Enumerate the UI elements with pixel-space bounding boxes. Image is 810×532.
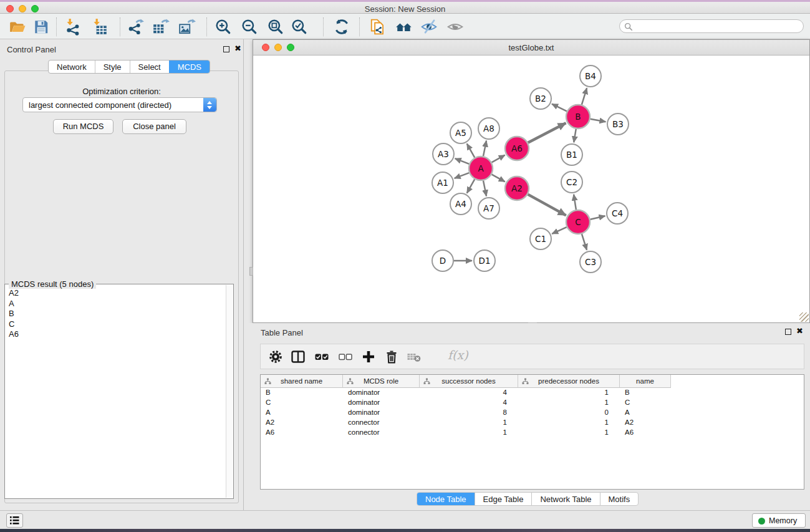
columns-icon[interactable] [291,349,306,364]
node-label-A: A [478,163,484,173]
select-all-checkboxes-icon[interactable] [314,349,329,364]
export-network-icon[interactable] [127,18,145,36]
close-panel-icon[interactable]: ✖ [234,44,241,53]
edge-C-C3[interactable] [582,234,587,250]
open-file-icon[interactable] [9,18,26,36]
table-cell: 4 [503,389,507,396]
node-label-D1: D1 [479,256,491,266]
trash-icon[interactable] [384,349,399,364]
table-row[interactable]: A2connector11A2 [261,418,804,428]
network-graph[interactable]: AA1A2A3A4A5A6A7A8BB1B2B3B4CC1C2C3C4DD1 [253,56,809,322]
column-header-name[interactable]: name [620,375,671,388]
edge-A-A8[interactable] [483,141,486,157]
edge-A-A3[interactable] [455,158,470,164]
float-panel-icon[interactable] [223,46,229,52]
close-panel-button[interactable]: Close panel [122,119,186,134]
search-box[interactable] [619,19,804,33]
table-row[interactable]: Bdominator41B [261,388,804,398]
export-table-icon[interactable] [152,18,170,36]
result-item[interactable]: A [9,299,218,309]
zoom-fit-icon[interactable] [267,18,284,36]
table-close-panel-icon[interactable]: ✖ [796,326,803,336]
edge-A6-B[interactable] [528,123,566,143]
table-cell: C [625,399,630,406]
hide-eye-icon[interactable] [420,18,438,36]
refresh-icon[interactable] [333,18,350,36]
edge-A-A4[interactable] [467,179,475,193]
edge-A-A7[interactable] [483,181,486,196]
table-cell: A [625,409,630,416]
table-row[interactable]: A6connector11A6 [261,428,804,438]
left-scrollbar-nub[interactable] [249,267,253,276]
run-mcds-button[interactable]: Run MCDS [53,119,113,134]
gear-icon[interactable] [268,349,283,364]
edge-C-C2[interactable] [574,195,576,210]
home-layouts-icon[interactable] [395,18,413,36]
hierarchy-icon [423,378,430,385]
criterion-dropdown[interactable]: largest connected component (directed) [22,97,217,112]
table-cell: 1 [503,428,507,436]
import-table-icon[interactable] [91,18,108,36]
tab-network[interactable]: Network [49,60,95,73]
delete-table-icon[interactable] [407,349,422,364]
table-row[interactable]: Cdominator41C [261,398,804,408]
zoom-out-icon[interactable] [241,18,258,36]
task-history-button[interactable] [6,513,23,528]
edge-C-C1[interactable] [552,227,567,234]
tab-style[interactable]: Style [95,60,130,73]
tab-mcds[interactable]: MCDS [169,60,210,73]
search-input[interactable] [635,21,797,32]
function-builder-icon[interactable]: f(x) [448,348,468,362]
edge-A-A6[interactable] [492,155,505,163]
node-table[interactable]: shared nameMCDS rolesuccessor nodesprede… [260,374,804,490]
edge-B-B4[interactable] [582,88,587,105]
tab-network-table[interactable]: Network Table [531,493,599,505]
add-icon[interactable] [361,349,376,364]
edge-C-C4[interactable] [591,216,605,219]
node-label-A4: A4 [455,199,466,209]
tab-edge-table[interactable]: Edge Table [475,493,532,505]
edge-A-A1[interactable] [455,173,470,178]
show-eye-icon[interactable] [446,18,464,36]
result-item[interactable]: B [9,309,218,319]
column-header-predecessor-nodes[interactable]: predecessor nodes [518,375,620,388]
table-float-panel-icon[interactable] [785,329,791,335]
network-window-titlebar[interactable]: testGlobe.txt [253,40,809,56]
main-titlebar[interactable]: Session: New Session [0,2,810,14]
result-item[interactable]: A2 [9,288,218,299]
node-label-A8: A8 [483,123,494,133]
table-row[interactable]: Adominator80A [261,408,804,418]
edge-A-A5[interactable] [467,143,475,157]
result-item[interactable]: A6 [9,329,218,340]
tab-node-table[interactable]: Node Table [417,493,475,505]
edge-B-B3[interactable] [591,119,606,122]
session-title: Session: New Session [0,4,810,14]
zoom-selected-icon[interactable] [291,18,308,36]
tab-select[interactable]: Select [130,60,169,73]
resize-grip[interactable] [799,312,809,322]
result-item[interactable]: C [9,319,218,330]
zoom-in-icon[interactable] [215,18,232,36]
node-label-B1: B1 [566,150,577,160]
edge-B-B2[interactable] [552,104,567,112]
column-header-shared-name[interactable]: shared name [261,375,343,388]
table-cell: A2 [625,418,634,426]
node-label-B3: B3 [612,119,624,129]
edge-A2-C[interactable] [528,195,566,216]
import-network-icon[interactable] [64,18,82,36]
network-canvas[interactable]: AA1A2A3A4A5A6A7A8BB1B2B3B4CC1C2C3C4DD1 [253,56,809,322]
edge-B-B1[interactable] [574,129,576,143]
tab-motifs[interactable]: Motifs [600,493,639,505]
result-scrollbar[interactable] [226,285,233,498]
column-header-successor-nodes[interactable]: successor nodes [420,375,518,388]
node-label-C2: C2 [566,177,577,187]
edge-A-A2[interactable] [492,175,505,182]
memory-button[interactable]: Memory [752,513,806,528]
dropdown-stepper-icon[interactable] [203,98,216,112]
save-session-icon[interactable] [32,18,50,36]
clone-network-icon[interactable] [369,18,387,36]
export-image-icon[interactable] [178,18,196,36]
deselect-all-checkboxes-icon[interactable] [338,349,353,364]
mcds-result-list[interactable]: A2ABCA6 [6,288,218,340]
column-header-MCDS-role[interactable]: MCDS role [343,375,420,388]
